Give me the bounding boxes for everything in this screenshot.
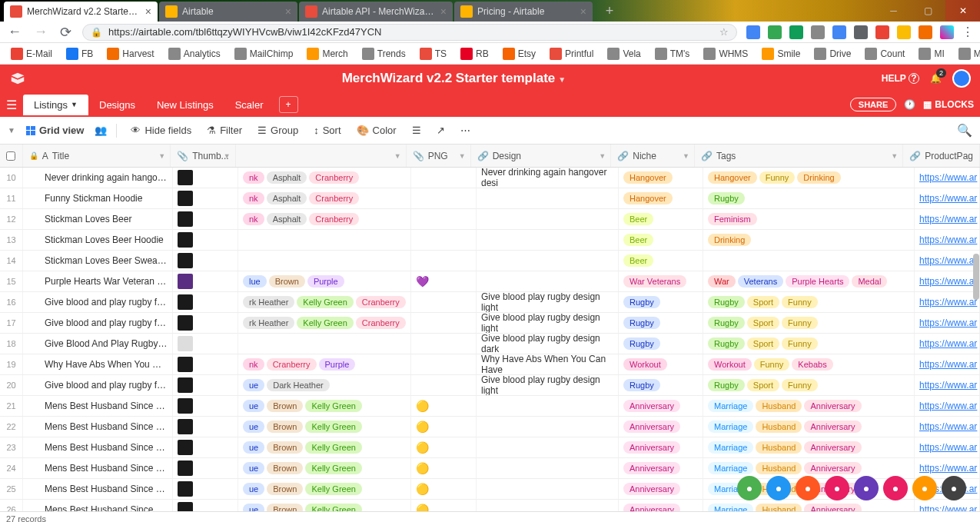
cell-design[interactable]: Give blood play rugby design light — [477, 375, 619, 395]
ext-icon[interactable] — [919, 25, 932, 39]
base-title[interactable]: MerchWizard v2.2 Starter template▼ — [26, 71, 882, 86]
notifications-button[interactable]: 🔔2 — [930, 73, 942, 84]
cell-tags[interactable]: Feminism — [703, 209, 915, 229]
cell-tags[interactable]: HangoverFunnyDrinking — [703, 168, 915, 188]
bookmark-item[interactable]: TS — [415, 46, 451, 62]
cell-url[interactable]: https://www.ar — [915, 354, 980, 374]
cell-tags[interactable]: WarVeteransPurple HeartsMedal — [703, 271, 915, 291]
cell-niche[interactable]: Anniversary — [619, 396, 703, 416]
cell-niche[interactable]: Hangover — [619, 188, 703, 208]
help-button[interactable]: HELP ? — [882, 73, 919, 84]
col-title[interactable]: 🔒 A Title▼ — [23, 145, 171, 167]
close-tab-icon[interactable]: × — [580, 5, 586, 18]
row-number[interactable]: 25 — [0, 479, 23, 499]
collaborators-icon[interactable]: 👥 — [95, 125, 107, 136]
bookmark-item[interactable]: Harvest — [102, 46, 158, 62]
fab-button[interactable]: ● — [883, 476, 908, 500]
cell-thumb[interactable] — [173, 396, 238, 416]
ext-icon[interactable] — [811, 25, 825, 39]
cell-colors[interactable]: rk HeatherKelly GreenCranberry — [238, 292, 411, 312]
star-icon[interactable]: ☆ — [719, 26, 729, 38]
cell-url[interactable]: https://www.ar — [915, 188, 980, 208]
col-niche[interactable]: 🔗 Niche▼ — [611, 145, 695, 167]
col-tags[interactable]: 🔗 Tags▼ — [695, 145, 903, 167]
cell-png[interactable]: 🟡 — [411, 396, 477, 416]
fab-button[interactable]: ● — [912, 476, 937, 500]
row-number[interactable]: 21 — [0, 396, 23, 416]
cell-thumb[interactable] — [173, 271, 238, 291]
row-number[interactable]: 19 — [0, 354, 23, 374]
menu-icon[interactable]: ⋮ — [962, 25, 974, 39]
row-height-button[interactable]: ☰ — [407, 121, 426, 139]
ext-icon[interactable] — [875, 25, 889, 39]
cell-title[interactable]: Stickman Loves Beer Hoodie — [23, 230, 173, 250]
cell-png[interactable] — [411, 354, 477, 374]
cell-tags[interactable]: RugbySportFunny — [703, 375, 915, 395]
cell-url[interactable]: https://www.ar — [915, 375, 980, 395]
user-avatar[interactable] — [952, 69, 971, 88]
cell-colors[interactable]: rk HeatherKelly GreenCranberry — [238, 313, 411, 333]
cell-title[interactable]: Mens Best Husband Since 1980 ... — [23, 417, 173, 437]
search-icon[interactable]: 🔍 — [957, 123, 972, 138]
cell-niche[interactable]: Rugby — [619, 375, 703, 395]
col-thumb[interactable]: 📎 Thumb...▼ — [171, 145, 235, 167]
row-number[interactable]: 20 — [0, 375, 23, 395]
cell-url[interactable]: https://www.ar — [915, 168, 980, 188]
cell-png[interactable]: 🟡 — [411, 437, 477, 457]
cell-design[interactable] — [477, 437, 619, 457]
cell-colors[interactable]: ueBrownKelly Green — [238, 417, 411, 437]
table-tab[interactable]: Designs — [88, 95, 146, 115]
back-button[interactable]: ← — [6, 22, 23, 42]
row-number[interactable]: 24 — [0, 458, 23, 478]
cell-title[interactable]: Why Have Abs When You Can H... — [23, 354, 173, 374]
cell-colors[interactable]: nkCranberryPurple — [238, 354, 411, 374]
bookmark-item[interactable]: E-Mail — [6, 46, 57, 62]
cell-thumb[interactable] — [173, 209, 238, 229]
table-row[interactable]: 12 Stickman Loves Beer nkAsphaltCranberr… — [0, 209, 980, 230]
cell-title[interactable]: Mens Best Husband Since 1978 ... — [23, 479, 173, 499]
cell-title[interactable]: Give blood and play rugby funn... — [23, 375, 173, 395]
sort-button[interactable]: ↕Sort — [309, 121, 345, 139]
cell-tags[interactable]: MarriageHusbandAnniversary — [703, 396, 915, 416]
cell-tags[interactable]: Rugby — [703, 188, 915, 208]
row-number[interactable]: 23 — [0, 437, 23, 457]
cell-thumb[interactable] — [173, 479, 238, 499]
cell-png[interactable] — [411, 334, 477, 354]
cell-colors[interactable]: lueBrownPurple — [238, 271, 411, 291]
table-row[interactable]: 11 Funny Stickman Hoodie nkAsphaltCranbe… — [0, 188, 980, 209]
cell-design[interactable] — [477, 458, 619, 478]
cell-design[interactable] — [477, 209, 619, 229]
window-minimize[interactable]: ─ — [876, 0, 911, 22]
filter-button[interactable]: ⚗Filter — [202, 121, 247, 139]
table-tab[interactable]: Listings ▼ — [23, 95, 88, 115]
cell-tags[interactable]: WorkoutFunnyKebabs — [703, 354, 915, 374]
color-button[interactable]: 🎨Color — [352, 121, 401, 139]
cell-design[interactable]: Never drinking again hangover desi — [477, 168, 619, 188]
cell-tags[interactable]: MarriageHusbandAnniversary — [703, 437, 915, 457]
cell-png[interactable]: 🟡 — [411, 458, 477, 478]
col-png[interactable]: 📎 PNG▼ — [407, 145, 471, 167]
table-row[interactable]: 15 Purple Hearts War Veteran Prou... lue… — [0, 271, 980, 292]
cell-design[interactable]: Give blood play rugby design light — [477, 313, 619, 333]
col-colors[interactable]: ▼ — [236, 145, 407, 167]
cell-niche[interactable]: Rugby — [619, 313, 703, 333]
ext-icon[interactable] — [854, 25, 868, 39]
cell-png[interactable]: 🟡 — [411, 417, 477, 437]
cell-thumb[interactable] — [173, 230, 238, 250]
cell-png[interactable] — [411, 230, 477, 250]
cell-tags[interactable]: RugbySportFunny — [703, 292, 915, 312]
cell-colors[interactable] — [238, 334, 411, 354]
bookmark-item[interactable]: MW Auto — [954, 46, 980, 62]
cell-thumb[interactable] — [173, 313, 238, 333]
cell-design[interactable]: Why Have Abs When You Can Have — [477, 354, 619, 374]
blocks-button[interactable]: ▦ BLOCKS — [923, 99, 974, 110]
fab-button[interactable]: ● — [854, 476, 879, 500]
window-close[interactable]: ✕ — [945, 0, 980, 22]
cell-design[interactable] — [477, 251, 619, 271]
cell-title[interactable]: Give blood and play rugby funn... — [23, 292, 173, 312]
row-number[interactable]: 12 — [0, 209, 23, 229]
cell-png[interactable] — [411, 251, 477, 271]
close-tab-icon[interactable]: × — [440, 5, 447, 18]
row-number[interactable]: 18 — [0, 334, 23, 354]
fab-button[interactable]: ● — [942, 476, 966, 500]
